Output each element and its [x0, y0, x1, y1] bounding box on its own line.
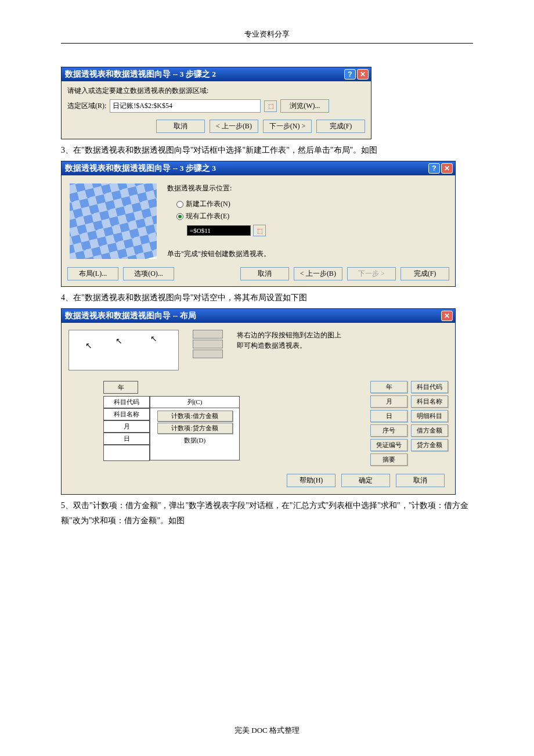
close-icon[interactable]: ✕	[441, 163, 453, 174]
data-field[interactable]: 计数项:贷方金额	[157, 423, 233, 434]
cancel-button[interactable]: 取消	[396, 474, 445, 487]
page-header: 专业资料分享	[61, 29, 473, 44]
layout-button[interactable]: 布局(L)...	[67, 267, 118, 280]
layout-illustration: ↖ ↖ ↖	[68, 330, 179, 370]
finish-button[interactable]: 完成(F)	[316, 120, 365, 133]
finish-button[interactable]: 完成(F)	[400, 267, 449, 280]
text-step5: 5、双击"计数项：借方金额"，弹出"数字透视表字段"对话框，在"汇总方式"列表框…	[61, 498, 473, 527]
close-icon[interactable]: ✕	[441, 311, 453, 321]
wizard-step2-dialog: 数据透视表和数据透视图向导 -- 3 步骤之 2 ? ✕ 请键入或选定要建立数据…	[61, 67, 371, 139]
mini-field	[193, 340, 223, 348]
mini-field-illustration	[193, 330, 223, 358]
field-button[interactable]: 科目名称	[411, 395, 448, 408]
cursor-icon: ↖	[150, 334, 157, 344]
ok-button[interactable]: 确定	[341, 474, 390, 487]
row-drop-empty[interactable]	[103, 445, 150, 461]
location-question: 数据透视表显示位置:	[167, 183, 447, 193]
data-field[interactable]: 计数项:借方金额	[157, 411, 233, 422]
help-icon[interactable]: ?	[428, 163, 440, 174]
field-button[interactable]: 摘要	[370, 453, 407, 466]
radio-icon	[176, 213, 183, 220]
mini-field	[193, 350, 223, 358]
page-drop-field[interactable]: 年	[103, 381, 138, 394]
radio-icon	[176, 201, 183, 208]
dialog-title: 数据透视表和数据透视图向导 -- 3 步骤之 2	[64, 69, 343, 80]
data-drop-zone[interactable]: 计数项:借方金额 计数项:贷方金额 数据(D)	[150, 408, 240, 460]
options-button[interactable]: 选项(O)...	[123, 267, 174, 280]
cursor-icon: ↖	[116, 336, 122, 346]
cancel-button[interactable]: 取消	[156, 120, 205, 133]
field-button[interactable]: 年	[370, 381, 407, 393]
cancel-button[interactable]: 取消	[240, 267, 289, 280]
layout-instruction: 将右边的字段按钮拖到左边的图上 即可构造数据透视表。	[237, 330, 448, 351]
field-palette: 年 月 日 序号 凭证编号 摘要 科目代码 科目名称 明细科目 借方金额 贷方金…	[370, 381, 448, 466]
row-drop-field[interactable]: 科目代码	[103, 396, 150, 408]
radio-label: 现有工作表(E)	[186, 211, 229, 221]
radio-existing-sheet[interactable]: 现有工作表(E)	[176, 211, 447, 221]
close-icon[interactable]: ✕	[357, 69, 369, 80]
text-step3: 3、在"数据透视表和数据透视图向导"对话框中选择"新建工作表"，然后单击"布局"…	[61, 143, 473, 157]
data-label: 数据(D)	[184, 436, 205, 445]
text-step4: 4、在"数据透视表和数据透视图向导"对话空中，将其布局设置如下图	[61, 290, 473, 305]
row-drop-field[interactable]: 日	[103, 433, 150, 445]
field-button[interactable]: 月	[370, 395, 407, 408]
field-button[interactable]: 明细科目	[411, 410, 448, 422]
wizard-step3-dialog: 数据透视表和数据透视图向导 -- 3 步骤之 3 ? ✕ 数据透视表显示位置: …	[61, 161, 456, 287]
titlebar: 数据透视表和数据透视图向导 -- 3 步骤之 2 ? ✕	[62, 67, 371, 81]
prompt-text: 请键入或选定要建立数据透视表的数据源区域:	[67, 86, 365, 96]
browse-button[interactable]: 浏览(W)...	[280, 99, 329, 113]
help-button[interactable]: 帮助(H)	[287, 474, 335, 487]
dialog-title: 数据透视表和数据透视图向导 -- 3 步骤之 3	[64, 163, 427, 174]
back-button[interactable]: < 上一步(B)	[294, 267, 342, 280]
range-input[interactable]: 日记账!$A$2:$K$54	[110, 99, 261, 113]
back-button[interactable]: < 上一步(B)	[210, 120, 258, 133]
field-button[interactable]: 序号	[370, 424, 407, 437]
reference-picker-icon[interactable]: ⬚	[264, 100, 277, 112]
cursor-icon: ↖	[85, 341, 92, 351]
reference-picker-icon[interactable]: ⬚	[253, 225, 266, 236]
row-drop-field[interactable]: 科目名称	[103, 408, 150, 420]
radio-new-sheet[interactable]: 新建工作表(N)	[176, 199, 447, 209]
field-button[interactable]: 科目代码	[411, 381, 448, 393]
column-drop-zone[interactable]: 列(C)	[150, 396, 240, 408]
next-button: 下一步 >	[347, 267, 396, 280]
mini-field	[193, 330, 223, 339]
help-icon[interactable]: ?	[344, 69, 356, 80]
sheet-ref-input[interactable]: =$O$11	[187, 225, 251, 236]
titlebar: 数据透视表和数据透视图向导 -- 布局 ✕	[62, 309, 455, 323]
dialog-title: 数据透视表和数据透视图向导 -- 布局	[64, 311, 440, 321]
field-button[interactable]: 贷方金额	[411, 439, 448, 451]
wizard-layout-dialog: 数据透视表和数据透视图向导 -- 布局 ✕ ↖ ↖ ↖ 将右边的字段按钮拖到左边…	[61, 308, 456, 495]
row-drop-field[interactable]: 月	[103, 420, 150, 433]
page-footer: 完美 DOC 格式整理	[0, 725, 534, 736]
range-label: 选定区域(R):	[67, 101, 106, 111]
titlebar: 数据透视表和数据透视图向导 -- 3 步骤之 3 ? ✕	[62, 161, 455, 175]
radio-label: 新建工作表(N)	[186, 199, 230, 209]
finish-hint: 单击"完成"按钮创建数据透视表。	[167, 244, 447, 259]
next-button[interactable]: 下一步(N) >	[263, 120, 312, 133]
field-button[interactable]: 借方金额	[411, 424, 448, 437]
field-button[interactable]: 日	[370, 410, 407, 422]
wizard-illustration	[70, 183, 157, 259]
field-button[interactable]: 凭证编号	[370, 439, 407, 451]
